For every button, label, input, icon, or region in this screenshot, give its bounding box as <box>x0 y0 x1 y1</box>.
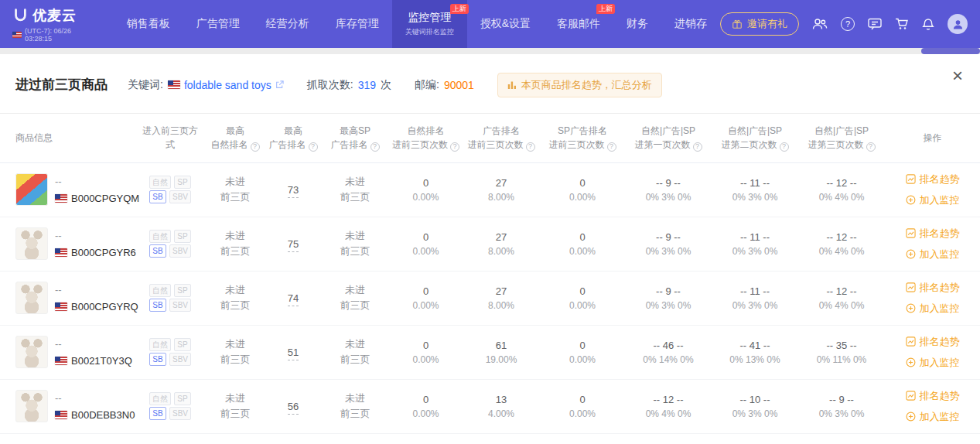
best-sp-ad-rank-cell: 未进 前三页 <box>321 162 389 217</box>
product-thumb <box>15 173 48 206</box>
trend-chart-icon <box>906 282 916 292</box>
trend-chart-icon <box>906 336 916 347</box>
user-avatar[interactable] <box>948 14 968 34</box>
product-thumb <box>15 336 48 368</box>
best-ad-rank-cell: 52 <box>265 433 321 444</box>
rank-trend-link[interactable]: 排名趋势 <box>906 389 960 403</box>
info-icon[interactable]: ? <box>370 142 380 152</box>
rank-trend-link[interactable]: 排名趋势 <box>906 227 960 241</box>
page1-count-cell: -- 9 -- 0% 3% 0% <box>625 217 712 271</box>
keyword-link[interactable]: foldable sand toys <box>168 79 284 91</box>
info-icon[interactable]: ? <box>693 142 702 152</box>
best-ad-rank-value: 56 <box>288 401 299 415</box>
col-best-ad-rank: 最高 广告排名? <box>265 114 321 163</box>
badge-sb: SB <box>149 353 166 366</box>
product-asin: B000CPGYQM <box>71 193 139 204</box>
horizontal-scrollbar[interactable] <box>0 48 980 54</box>
sp-ad-entry-count-cell: 0 0.00% <box>540 433 625 444</box>
product-cell: -- B000CPGYRQ <box>0 271 135 325</box>
info-icon[interactable]: ? <box>309 142 318 152</box>
best-ad-rank-cell: 73 <box>265 162 321 217</box>
info-icon[interactable]: ? <box>526 142 535 152</box>
entry-method-cell: 自然 SP SB SBV <box>135 379 205 433</box>
nav-item-sales-dashboard[interactable]: 销售看板 <box>114 0 183 48</box>
badge-sp: SP <box>174 392 191 405</box>
sp-ad-entry-count-cell: 0 0.00% <box>540 162 625 217</box>
col-page3-count: 自然|广告|SP 进第三页次数? <box>798 114 885 163</box>
keyword-label: 关键词: <box>128 78 163 92</box>
info-icon[interactable]: ? <box>780 142 789 152</box>
brand[interactable]: 优麦云 (UTC-7): 06/26 03:28:15 <box>0 0 103 48</box>
rank-trend-link[interactable]: 排名趋势 <box>906 281 960 295</box>
nav-item-operations-analysis[interactable]: 经营分析 <box>253 0 323 48</box>
badge-natural: 自然 <box>149 176 171 189</box>
nav-right: 邀请有礼 ? <box>720 0 980 48</box>
best-natural-rank-cell: 未进 前三页 <box>205 217 265 271</box>
users-icon[interactable] <box>812 18 828 30</box>
crawl-label: 抓取次数: <box>307 78 353 92</box>
product-asin: B000CPGYRQ <box>71 301 138 313</box>
page2-count-cell: -- 41 -- 0% 13% 0% <box>712 325 798 379</box>
nav-item-customer-email[interactable]: 上新 客服邮件 <box>544 0 613 48</box>
rank-trend-link[interactable]: 排名趋势 <box>906 172 960 186</box>
table-body: -- B000CPGYQM 自然 SP SB SBV 未进 前三页 <box>0 162 980 444</box>
products-table: 商品信息 进入前三页方式 最高 自然排名? 最高 广告排名? 最高SP 广告排名… <box>0 114 980 444</box>
col-product-info: 商品信息 <box>0 114 135 163</box>
page-title: 进过前三页商品 <box>15 76 108 94</box>
add-monitor-link[interactable]: 加入监控 <box>906 302 960 316</box>
natural-entry-count-cell: 0 0.00% <box>389 325 463 379</box>
logo-text: 优麦云 <box>32 6 77 25</box>
nav-item-inventory-management[interactable]: 库存管理 <box>323 0 392 48</box>
new-badge: 上新 <box>450 4 469 14</box>
add-monitor-link[interactable]: 加入监控 <box>906 193 960 207</box>
nav-item-purchase-sales-stock[interactable]: 进销存 <box>661 0 720 48</box>
horizontal-scrollbar-thumb[interactable] <box>921 48 980 54</box>
sp-ad-entry-count-cell: 0 0.00% <box>540 379 625 433</box>
info-icon[interactable]: ? <box>866 142 876 152</box>
panel-header: 进过前三页商品 关键词: foldable sand toys 抓取次数: 31… <box>0 54 980 113</box>
badge-sb: SB <box>149 244 166 258</box>
info-icon[interactable]: ? <box>607 142 616 152</box>
badge-natural: 自然 <box>149 230 171 243</box>
table-row: -- B00DEBB3N0 自然 SP SB SBV 未进 前三页 <box>0 379 980 433</box>
nav-item-finance[interactable]: 财务 <box>613 0 661 48</box>
badge-sp: SP <box>174 230 191 243</box>
close-icon[interactable]: × <box>952 67 963 85</box>
us-flag-icon <box>168 80 180 89</box>
badge-sp: SP <box>174 284 191 297</box>
nav-item-monitoring-management[interactable]: 上新 监控管理 关键词排名监控 <box>392 0 467 48</box>
col-page1-count: 自然|广告|SP 进第一页次数? <box>625 114 712 163</box>
badge-sp: SP <box>174 338 191 351</box>
plus-circle-icon <box>906 303 916 313</box>
add-monitor-link[interactable]: 加入监控 <box>906 356 960 370</box>
new-badge: 上新 <box>596 4 615 14</box>
rank-trend-link[interactable]: 排名趋势 <box>906 335 960 349</box>
natural-entry-count-cell: 0 0.00% <box>389 217 463 271</box>
product-thumb <box>15 390 48 422</box>
crawl-unit: 次 <box>381 78 391 92</box>
actions-cell: 排名趋势 加入监控 <box>885 162 980 217</box>
table-row: -- B000CPGYR6 自然 SP SB SBV 未进 前三页 <box>0 217 980 271</box>
info-icon[interactable]: ? <box>251 142 260 152</box>
actions-cell: 排名趋势 加入监控 <box>885 433 980 444</box>
nav-item-authorization-settings[interactable]: 授权&设置 <box>467 0 544 48</box>
feedback-icon[interactable] <box>868 18 882 30</box>
info-icon[interactable]: ? <box>450 142 459 152</box>
help-icon[interactable]: ? <box>841 17 855 31</box>
add-monitor-link[interactable]: 加入监控 <box>906 410 960 424</box>
ad-entry-count-cell: 61 19.00% <box>463 325 540 379</box>
badge-natural: 自然 <box>149 338 171 351</box>
nav-item-ad-management[interactable]: 广告管理 <box>183 0 253 48</box>
cart-icon[interactable] <box>895 18 909 30</box>
bell-icon[interactable] <box>922 18 934 31</box>
nav-subtitle: 关键词排名监控 <box>405 27 454 37</box>
product-title: -- <box>55 338 132 350</box>
col-natural-entry-count: 自然排名 进前三页次数? <box>389 114 463 163</box>
best-ad-rank-value: 73 <box>288 184 299 198</box>
summary-analysis-button[interactable]: 本页商品排名趋势，汇总分析 <box>497 73 662 97</box>
add-monitor-link[interactable]: 加入监控 <box>906 248 960 261</box>
page3-count-cell: -- 12 -- 0% 4% 0% <box>798 271 885 325</box>
best-ad-rank-cell: 75 <box>265 217 321 271</box>
invite-button[interactable]: 邀请有礼 <box>720 12 799 36</box>
best-sp-ad-rank-cell: 未进 前三页 <box>321 433 389 444</box>
